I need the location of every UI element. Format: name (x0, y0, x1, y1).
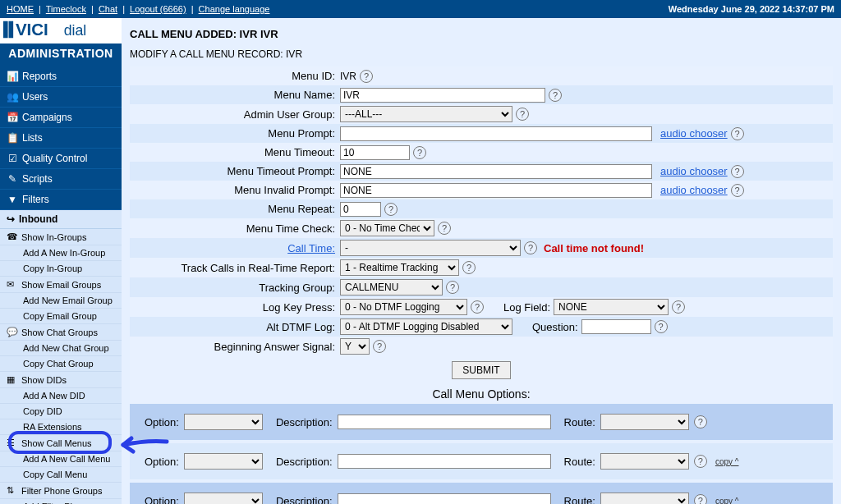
select-track-realtime[interactable]: 1 - Realtime Tracking (340, 259, 459, 276)
help-icon[interactable]: ? (731, 127, 744, 140)
chat-icon: 💬 (7, 327, 18, 337)
nav-filter-phone-groups[interactable]: ⇅Filter Phone Groups (0, 483, 122, 499)
select-option[interactable] (184, 453, 263, 470)
audio-chooser-link[interactable]: audio chooser (660, 184, 728, 196)
help-icon[interactable]: ? (694, 494, 707, 504)
nav-add-call-menu[interactable]: Add A New Call Menu (0, 451, 122, 467)
help-icon[interactable]: ? (672, 300, 685, 314)
nav-copy-email-group[interactable]: Copy Email Group (0, 309, 122, 324)
copy-link[interactable]: copy ^ (715, 497, 739, 505)
help-icon[interactable]: ? (360, 70, 373, 83)
nav-copy-did[interactable]: Copy DID (0, 404, 122, 419)
help-icon[interactable]: ? (471, 300, 484, 314)
help-icon[interactable]: ? (462, 261, 476, 274)
input-question[interactable] (581, 319, 651, 334)
input-menu-timeout-prompt[interactable] (340, 164, 652, 179)
audio-chooser-link[interactable]: audio chooser (660, 127, 728, 140)
help-icon[interactable]: ? (655, 320, 668, 333)
svg-rect-0 (3, 21, 8, 39)
nav-reports[interactable]: 📊Reports (0, 66, 122, 87)
call-time-link[interactable]: Call Time: (287, 242, 335, 254)
label-menu-time-check: Menu Time Check: (130, 222, 340, 235)
select-admin-user-group[interactable]: ---ALL--- (340, 106, 512, 122)
label-option: Option: (145, 456, 179, 468)
nav-show-chat-groups[interactable]: 💬Show Chat Groups (0, 324, 122, 341)
select-option[interactable] (184, 493, 263, 504)
input-menu-repeat[interactable] (340, 202, 381, 217)
help-icon[interactable]: ? (549, 89, 562, 102)
help-icon[interactable]: ? (438, 222, 451, 235)
input-menu-timeout[interactable] (340, 145, 410, 160)
nav-show-in-groups[interactable]: ☎Show In-Groups (0, 229, 122, 245)
nav-add-chat-group[interactable]: Add New Chat Group (0, 341, 122, 356)
nav-quality-control[interactable]: ☑Quality Control (0, 149, 122, 169)
home-link[interactable]: HOME (7, 4, 34, 14)
nav-copy-in-group[interactable]: Copy In-Group (0, 261, 122, 277)
label-menu-repeat: Menu Repeat: (130, 203, 340, 215)
select-route[interactable] (600, 453, 689, 470)
help-icon[interactable]: ? (446, 281, 459, 294)
nav-scripts[interactable]: ✎Scripts (0, 169, 122, 190)
nav-inbound-header[interactable]: ↪Inbound (0, 210, 122, 229)
select-menu-time-check[interactable]: 0 - No Time Check (340, 220, 434, 236)
filters-icon: ▼ (7, 195, 18, 204)
help-icon[interactable]: ? (694, 455, 707, 468)
input-menu-invalid-prompt[interactable] (340, 183, 652, 198)
copy-link[interactable]: copy ^ (715, 457, 739, 466)
topbar: HOME | Timeclock | Chat | Logout (6666) … (0, 0, 841, 18)
change-language-link[interactable]: Change language (199, 4, 270, 14)
nav-add-filter-phone-group[interactable]: Add Filter Phone Group (0, 499, 122, 504)
main-content: CALL MENU ADDED: IVR IVR MODIFY A CALL M… (122, 18, 841, 504)
callmenu-icon: ☰ (7, 438, 18, 448)
input-description[interactable] (338, 415, 551, 429)
select-route[interactable] (600, 414, 689, 430)
input-menu-prompt[interactable] (340, 126, 652, 141)
input-menu-name[interactable] (340, 88, 545, 103)
select-tracking-group[interactable]: CALLMENU (340, 279, 443, 296)
nav-add-did[interactable]: Add A New DID (0, 388, 122, 404)
help-icon[interactable]: ? (384, 203, 398, 216)
help-icon[interactable]: ? (373, 340, 386, 353)
nav-campaigns[interactable]: 📅Campaigns (0, 108, 122, 128)
help-icon[interactable]: ? (516, 108, 529, 121)
select-call-time[interactable]: - (340, 240, 521, 256)
label-menu-prompt: Menu Prompt: (130, 127, 340, 140)
nav-show-call-menus[interactable]: ☰Show Call Menus (0, 435, 122, 451)
nav-show-dids[interactable]: ▦Show DIDs (0, 372, 122, 388)
chat-link[interactable]: Chat (99, 4, 117, 14)
campaigns-icon: 📅 (7, 112, 18, 122)
nav-lists[interactable]: 📋Lists (0, 128, 122, 149)
topbar-links: HOME | Timeclock | Chat | Logout (6666) … (7, 4, 269, 14)
submit-button[interactable]: SUBMIT (452, 361, 510, 379)
label-menu-timeout: Menu Timeout: (130, 146, 340, 158)
nav-show-email-groups[interactable]: ✉Show Email Groups (0, 277, 122, 293)
nav-copy-call-menu[interactable]: Copy Call Menu (0, 467, 122, 483)
help-icon[interactable]: ? (413, 146, 426, 159)
logout-link[interactable]: Logout (6666) (130, 4, 186, 14)
select-log-key-press[interactable]: 0 - No DTMF Logging (340, 299, 467, 315)
input-description[interactable] (338, 454, 551, 469)
label-route: Route: (564, 456, 595, 468)
help-icon[interactable]: ? (524, 241, 537, 254)
nav-copy-chat-group[interactable]: Copy Chat Group (0, 356, 122, 372)
select-option[interactable] (184, 414, 263, 430)
help-icon[interactable]: ? (731, 184, 744, 197)
select-route[interactable] (600, 493, 689, 504)
audio-chooser-link[interactable]: audio chooser (660, 165, 728, 177)
help-icon[interactable]: ? (694, 415, 707, 428)
nav-ra-extensions[interactable]: RA Extensions (0, 419, 122, 435)
nav-filters[interactable]: ▼Filters (0, 190, 122, 210)
nav-add-in-group[interactable]: Add A New In-Group (0, 245, 122, 261)
nav-add-email-group[interactable]: Add New Email Group (0, 293, 122, 309)
timeclock-link[interactable]: Timeclock (46, 4, 86, 14)
call-time-error: Call time not found! (544, 242, 644, 254)
did-icon: ▦ (7, 374, 18, 385)
select-alt-dtmf-log[interactable]: 0 - Alt DTMF Logging Disabled (340, 318, 512, 335)
input-description[interactable] (338, 493, 551, 504)
label-log-field: Log Field: (503, 301, 550, 314)
nav-users[interactable]: 👥Users (0, 87, 122, 108)
value-menu-id: IVR (340, 71, 356, 82)
select-beginning-answer-signal[interactable]: Y (340, 338, 370, 355)
select-log-field[interactable]: NONE (554, 299, 669, 315)
help-icon[interactable]: ? (731, 165, 744, 178)
